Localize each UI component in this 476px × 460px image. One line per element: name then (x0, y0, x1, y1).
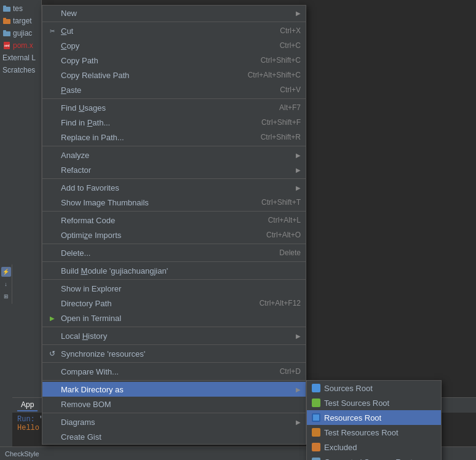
svg-rect-5 (3, 30, 6, 32)
xml-file-icon: xml (2, 41, 11, 50)
cut-icon: ✂ (47, 26, 57, 36)
menu-label-add-favorites: Add to Favorites (61, 183, 293, 192)
menu-label-cut: Cut (61, 26, 270, 36)
shortcut-copy-relative: Ctrl+Alt+Shift+C (248, 71, 301, 79)
separator-1 (42, 22, 306, 22)
shortcut-find-in-path: Ctrl+Shift+F (261, 118, 301, 127)
menu-item-cut[interactable]: ✂ Cut Ctrl+X (42, 23, 306, 38)
menu-item-add-favorites[interactable]: Add to Favorites ▶ (42, 180, 306, 195)
submenu-arrow-refactor: ▶ (296, 167, 301, 173)
menu-item-new[interactable]: New ▶ (42, 6, 306, 20)
thumbnails-icon (47, 197, 57, 207)
menu-label-thumbnails: Show Image Thumbnails (61, 198, 252, 207)
menu-label-paste: Paste (61, 85, 270, 95)
shortcut-replace: Ctrl+Shift+R (261, 133, 301, 141)
menu-item-create-gist[interactable]: Create Gist (42, 429, 306, 444)
menu-label-refactor: Refactor (61, 165, 293, 175)
sidebar-item-test[interactable]: tes (0, 2, 41, 15)
menu-item-optimize-imports[interactable]: Optimize Imports Ctrl+Alt+O (42, 228, 306, 242)
submenu-item-resources-root[interactable]: Resources Root (307, 410, 441, 425)
shortcut-delete: Delete (279, 248, 301, 257)
tool-button-3[interactable]: ⊞ (1, 291, 11, 301)
menu-label-local-history: Local History (61, 331, 293, 341)
menu-label-compare: Compare With... (61, 367, 270, 376)
menu-item-show-in-explorer[interactable]: Show in Explorer (42, 281, 306, 296)
run-label: Run: (17, 415, 35, 424)
menu-item-replace-in-path[interactable]: Replace in Path... Ctrl+Shift+R (42, 130, 306, 145)
folder-icon (2, 4, 11, 13)
menu-item-reformat[interactable]: Reformat Code Ctrl+Alt+L (42, 213, 306, 228)
submenu-item-test-resources[interactable]: Test Resources Root (307, 425, 441, 440)
submenu-item-test-sources[interactable]: Test Sources Root (307, 395, 441, 410)
sidebar-item-scratches[interactable]: Scratches (0, 64, 41, 76)
separator-4 (42, 178, 306, 179)
sidebar-item-target[interactable]: target (0, 15, 41, 27)
menu-item-find-in-path[interactable]: Find in Path... Ctrl+Shift+F (42, 115, 306, 130)
separator-9 (42, 327, 306, 327)
separator-2 (42, 98, 306, 99)
menu-item-build-module[interactable]: Build Module 'gujiachuangjian' (42, 263, 306, 278)
left-toolstrip: ⚡ ↓ ⊞ (0, 264, 12, 304)
copy-icon (47, 41, 57, 50)
build-icon (47, 266, 57, 276)
shortcut-directory: Ctrl+Alt+F12 (260, 299, 301, 307)
submenu-item-sources-root[interactable]: Sources Root (307, 381, 441, 395)
terminal-icon: ▶ (47, 313, 57, 323)
menu-item-analyze[interactable]: Analyze ▶ (42, 148, 306, 162)
history-icon (47, 331, 57, 341)
menu-item-find-usages[interactable]: Find Usages Alt+F7 (42, 100, 306, 115)
menu-item-show-thumbnails[interactable]: Show Image Thumbnails Ctrl+Shift+T (42, 195, 306, 210)
menu-item-synchronize[interactable]: ↺ Synchronize 'resources' (42, 346, 306, 361)
menu-label-remove-bom: Remove BOM (61, 400, 301, 409)
menu-item-copy[interactable]: Copy Ctrl+C (42, 38, 306, 53)
shortcut-copy: Ctrl+C (280, 41, 301, 50)
mark-directory-submenu: Sources Root Test Sources Root Resources… (306, 380, 442, 460)
menu-label-find-usages: Find Usages (61, 103, 269, 113)
submenu-label-test-sources: Test Sources Root (324, 399, 389, 408)
sidebar-item-pomxml[interactable]: xml pom.x (0, 39, 41, 52)
bom-icon (47, 399, 57, 409)
separator-12 (42, 380, 306, 381)
separator-8 (42, 279, 306, 280)
menu-item-mark-directory[interactable]: Mark Directory as ▶ (42, 382, 306, 397)
copy-relative-icon (47, 70, 57, 80)
shortcut-compare: Ctrl+D (280, 367, 301, 376)
test-sources-icon (312, 399, 320, 407)
menu-item-copy-path[interactable]: Copy Path Ctrl+Shift+C (42, 53, 306, 68)
run-panel-tab-app[interactable]: App (17, 399, 38, 411)
menu-label-copy-path: Copy Path (61, 56, 251, 65)
separator-6 (42, 244, 306, 244)
submenu-label-test-resources: Test Resources Root (324, 428, 399, 437)
menu-item-copy-relative-path[interactable]: Copy Relative Path Ctrl+Alt+Shift+C (42, 68, 306, 82)
submenu-arrow-analyze: ▶ (296, 152, 301, 159)
menu-label-directory-path: Directory Path (61, 299, 250, 308)
menu-item-diagrams[interactable]: Diagrams ▶ (42, 414, 306, 429)
menu-item-open-terminal[interactable]: ▶ Open in Terminal (42, 311, 306, 325)
replace-icon (47, 132, 57, 142)
menu-item-local-history[interactable]: Local History ▶ (42, 328, 306, 343)
menu-label-copy-relative-path: Copy Relative Path (61, 71, 238, 80)
menu-item-refactor[interactable]: Refactor ▶ (42, 162, 306, 177)
tool-button-2[interactable]: ↓ (1, 279, 11, 289)
sidebar-item-external[interactable]: External L (0, 52, 41, 64)
optimize-icon (47, 230, 57, 240)
menu-label-build-module: Build Module 'gujiachuangjian' (61, 266, 301, 276)
submenu-arrow-history: ▶ (296, 333, 301, 339)
submenu-label-generated-sources: Generated Sources Root (324, 458, 413, 461)
submenu-item-excluded[interactable]: Excluded (307, 440, 441, 454)
menu-label-find-in-path: Find in Path... (61, 118, 252, 127)
menu-item-directory-path[interactable]: Directory Path Ctrl+Alt+F12 (42, 296, 306, 311)
submenu-item-generated-sources[interactable]: Generated Sources Root (307, 454, 441, 460)
menu-label-diagrams: Diagrams (61, 418, 293, 427)
menu-item-delete[interactable]: Delete... Delete (42, 245, 306, 260)
svg-rect-0 (3, 7, 10, 12)
sidebar-item-gujiac[interactable]: gujiac (0, 27, 41, 39)
tool-button-1[interactable]: ⚡ (1, 267, 11, 277)
paste-icon (47, 85, 57, 95)
sync-icon: ↺ (47, 349, 57, 359)
menu-item-paste[interactable]: Paste Ctrl+V (42, 82, 306, 97)
refactor-icon (47, 165, 57, 175)
menu-item-remove-bom[interactable]: Remove BOM (42, 397, 306, 411)
menu-item-compare-with[interactable]: Compare With... Ctrl+D (42, 364, 306, 379)
shortcut-reformat: Ctrl+Alt+L (268, 216, 301, 224)
